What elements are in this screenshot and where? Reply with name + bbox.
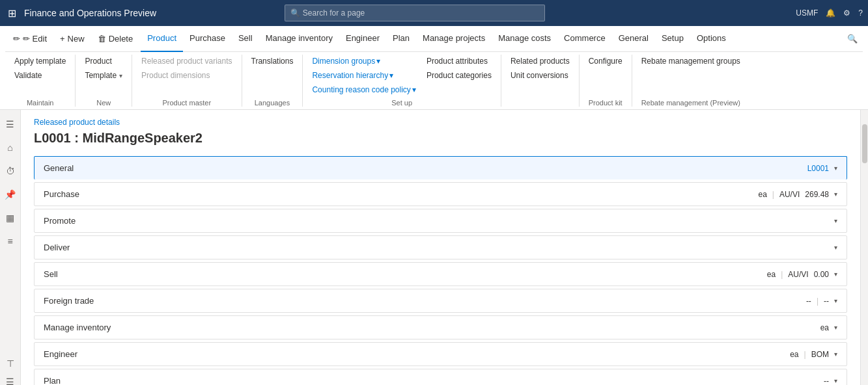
reservation-hierarchy-button[interactable]: Reservation hierarchy ▾ [308,69,419,82]
section-title-engineer: Engineer [44,349,790,359]
help-icon[interactable]: ? [858,8,863,18]
tab-manage-costs[interactable]: Manage costs [492,26,557,52]
tab-general[interactable]: General [612,26,655,52]
related-group-title [507,104,574,107]
tab-purchase[interactable]: Purchase [183,26,232,52]
dimension-groups-button[interactable]: Dimension groups ▾ [308,55,419,68]
breadcrumb[interactable]: Released product details [34,118,847,127]
product-dimensions-button[interactable]: Product dimensions [137,69,236,82]
chevron-icon-plan: ▾ [834,377,837,384]
section-meta-plan: -- [824,377,829,386]
tab-options[interactable]: Options [690,26,733,52]
section-row-purchase[interactable]: Purchase ea | AU/VI 269.48 ▾ [34,182,847,206]
content-area: Released product details L0001 : MidRang… [21,110,860,385]
chevron-icon-manage_inventory: ▾ [834,324,837,331]
section-badge-general: L0001 [807,164,829,173]
ribbon-bar: ✏ ✏ Edit + New 🗑 Delete Product Purchase… [0,26,868,110]
section-row-promote[interactable]: Promote ▾ [34,209,847,233]
pinned-icon[interactable]: 📌 [1,185,20,204]
delete-button[interactable]: 🗑 Delete [92,31,139,46]
settings-nav-icon[interactable]: ☰ [1,373,20,385]
top-bar: ⊞ Finance and Operations Preview 🔍 USMF … [0,0,868,26]
search-input[interactable] [303,8,539,18]
section-title-purchase: Purchase [44,189,758,199]
left-nav: ☰ ⌂ ⏱ 📌 ▦ ≡ ⊤ ☰ [0,110,21,385]
ribbon-search-icon[interactable]: 🔍 [842,31,863,46]
section-title-foreign_trade: Foreign trade [44,296,806,306]
scrollbar-thumb[interactable] [862,124,867,163]
grid-icon[interactable]: ⊞ [5,5,19,22]
ribbon-group-product-kit: Configure Product kit [580,55,632,107]
section-row-foreign_trade[interactable]: Foreign trade -- | -- ▾ [34,289,847,313]
scrollbar-track[interactable] [860,110,868,385]
related-products-button[interactable]: Related products [507,55,574,68]
product-kit-group-title: Product kit [585,96,626,107]
modules-icon[interactable]: ▦ [1,209,20,227]
home-icon[interactable]: ⌂ [1,139,20,157]
section-meta-sell: ea | AU/VI 0.00 [767,270,829,279]
tab-manage-inventory[interactable]: Manage inventory [259,26,339,52]
tab-commerce[interactable]: Commerce [557,26,612,52]
new-button[interactable]: + New [55,31,90,46]
ribbon-group-maintain: Apply template Validate Maintain [5,55,76,107]
app-title: Finance and Operations Preview [24,8,156,18]
product-attributes-button[interactable]: Product attributes [423,55,496,68]
ribbon-group-rebate: Rebate management groups Rebate manageme… [632,55,749,107]
tab-product[interactable]: Product [141,26,183,52]
section-title-deliver: Deliver [44,243,829,252]
chevron-icon-deliver: ▾ [834,244,837,251]
section-title-promote: Promote [44,216,829,226]
translations-button[interactable]: Translations [247,55,298,68]
edit-button[interactable]: ✏ ✏ Edit [8,31,52,46]
top-bar-right: USMF 🔔 ⚙ ? [796,8,863,18]
user-label: USMF [796,8,818,18]
ribbon-group-related: Related products Unit conversions [501,55,580,107]
chevron-icon-purchase: ▾ [834,191,837,198]
tab-plan[interactable]: Plan [386,26,416,52]
edit-icon: ✏ [13,34,20,44]
new-product-button[interactable]: Product [81,55,126,68]
tab-setup[interactable]: Setup [655,26,690,52]
search-icon: 🔍 [290,8,300,18]
ribbon-actions-left: ✏ ✏ Edit + New 🗑 Delete [5,26,141,52]
settings-icon[interactable]: ⚙ [843,8,850,18]
recent-icon[interactable]: ⏱ [1,162,20,180]
configure-button[interactable]: Configure [585,55,626,68]
tab-manage-projects[interactable]: Manage projects [416,26,492,52]
section-meta-mid: BOM [811,350,829,359]
section-row-manage_inventory[interactable]: Manage inventory ea ▾ [34,315,847,339]
unit-conversions-button[interactable]: Unit conversions [507,69,574,82]
section-row-general[interactable]: General L0001 ▾ [34,156,847,179]
section-meta-foreign_trade: -- | -- [806,297,829,306]
filter-icon[interactable]: ⊤ [1,354,20,373]
new-template-button[interactable]: Template ▾ [81,69,126,82]
section-row-plan[interactable]: Plan -- ▾ [34,369,847,385]
section-meta-right: 269.48 [805,190,829,199]
validate-button[interactable]: Validate [10,69,70,82]
released-variants-button[interactable]: Released product variants [137,55,236,68]
list-icon[interactable]: ≡ [1,232,20,250]
rebate-management-groups-button[interactable]: Rebate management groups [637,55,744,68]
page-title: L0001 : MidRangeSpeaker2 [34,131,847,146]
section-title-manage_inventory: Manage inventory [44,323,820,332]
ribbon-content: Apply template Validate Maintain Product… [5,52,863,109]
section-row-engineer[interactable]: Engineer ea | BOM ▾ [34,342,847,366]
ribbon-group-setup: Dimension groups ▾ Reservation hierarchy… [303,55,501,107]
chevron-icon-promote: ▾ [834,217,837,224]
tab-engineer[interactable]: Engineer [339,26,386,52]
notification-icon[interactable]: 🔔 [826,8,835,18]
apply-template-button[interactable]: Apply template [10,55,70,68]
search-bar[interactable]: 🔍 [285,5,545,21]
tab-sell[interactable]: Sell [232,26,259,52]
chevron-icon-foreign_trade: ▾ [834,297,837,304]
product-categories-button[interactable]: Product categories [423,69,496,82]
section-row-deliver[interactable]: Deliver ▾ [34,235,847,259]
setup-group-title: Set up [308,96,496,107]
chevron-icon-engineer: ▾ [834,351,837,358]
section-meta-mid: -- [824,297,829,306]
counting-reason-button[interactable]: Counting reason code policy ▾ [308,83,419,96]
section-meta-general: L0001 [807,164,829,173]
hamburger-icon[interactable]: ☰ [1,115,20,133]
rebate-group-title: Rebate management (Preview) [637,96,744,107]
section-row-sell[interactable]: Sell ea | AU/VI 0.00 ▾ [34,262,847,286]
